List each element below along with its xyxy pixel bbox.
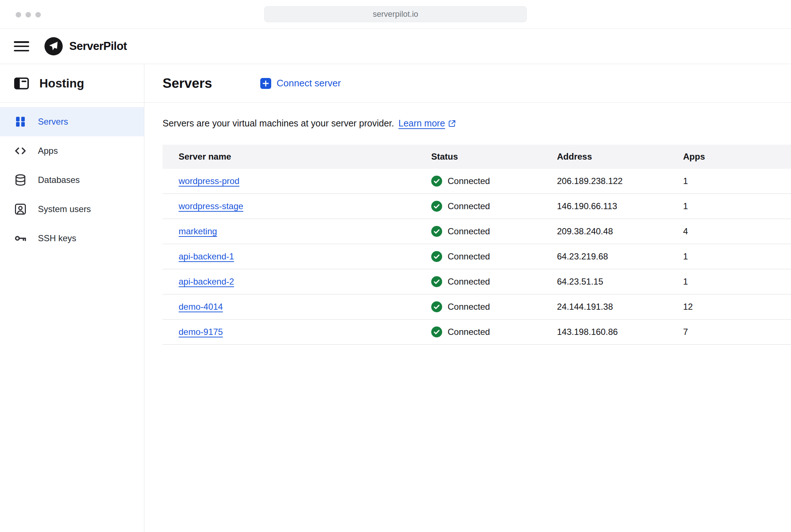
main-content: Servers Connect server Servers are your … xyxy=(144,64,791,532)
sidebar-item-apps[interactable]: Apps xyxy=(0,136,144,165)
address-cell: 64.23.219.68 xyxy=(557,251,683,262)
servers-grid-icon xyxy=(14,115,27,128)
status-label: Connected xyxy=(448,226,490,236)
sidebar-section-hosting: Hosting xyxy=(0,64,144,103)
server-link[interactable]: api-backend-2 xyxy=(179,277,234,286)
address-cell: 209.38.240.48 xyxy=(557,226,683,236)
table-row: wordpress-prod Connected 206.189.238.122… xyxy=(163,169,791,194)
sidebar-item-label: System users xyxy=(38,204,91,214)
column-header-address: Address xyxy=(557,152,683,162)
column-header-apps: Apps xyxy=(683,152,791,162)
address-bar-url: serverpilot.io xyxy=(373,9,418,19)
status-label: Connected xyxy=(448,327,490,337)
connected-check-icon xyxy=(431,226,442,237)
apps-count-cell: 1 xyxy=(683,201,791,211)
status-label: Connected xyxy=(448,176,490,186)
learn-more-label: Learn more xyxy=(398,118,445,129)
connected-check-icon xyxy=(431,201,442,212)
apps-count-cell: 12 xyxy=(683,302,791,312)
server-link[interactable]: demo-9175 xyxy=(179,327,223,337)
plus-icon xyxy=(260,78,271,89)
address-cell: 64.23.51.15 xyxy=(557,277,683,287)
column-header-server-name: Server name xyxy=(163,152,431,162)
brand-name: ServerPilot xyxy=(69,40,127,53)
sidebar-item-system-users[interactable]: System users xyxy=(0,195,144,224)
sidebar: Hosting Servers Apps xyxy=(0,64,144,532)
table-row: api-backend-1 Connected 64.23.219.68 1 xyxy=(163,244,791,269)
page-title: Servers xyxy=(163,76,212,91)
window-controls xyxy=(16,12,41,17)
server-link[interactable]: marketing xyxy=(179,226,217,236)
apps-count-cell: 7 xyxy=(683,327,791,337)
connect-server-button[interactable]: Connect server xyxy=(260,78,341,89)
apps-count-cell: 1 xyxy=(683,277,791,287)
status-label: Connected xyxy=(448,302,490,312)
address-cell: 24.144.191.38 xyxy=(557,302,683,312)
table-row: api-backend-2 Connected 64.23.51.15 1 xyxy=(163,269,791,294)
sidebar-item-servers[interactable]: Servers xyxy=(0,107,144,136)
sidebar-item-label: SSH keys xyxy=(38,233,76,243)
learn-more-link[interactable]: Learn more xyxy=(398,118,456,129)
server-link[interactable]: demo-4014 xyxy=(179,302,223,312)
server-link[interactable]: api-backend-1 xyxy=(179,251,234,261)
table-row: marketing Connected 209.38.240.48 4 xyxy=(163,219,791,244)
connected-check-icon xyxy=(431,301,442,312)
sidebar-section-title: Hosting xyxy=(39,77,84,90)
brand: ServerPilot xyxy=(44,37,127,55)
status-label: Connected xyxy=(448,201,490,211)
database-icon xyxy=(14,173,27,187)
table-header-row: Server name Status Address Apps xyxy=(163,145,791,169)
hosting-icon xyxy=(13,75,30,92)
column-header-status: Status xyxy=(431,152,557,162)
address-bar[interactable]: serverpilot.io xyxy=(264,6,527,22)
table-row: demo-4014 Connected 24.144.191.38 12 xyxy=(163,294,791,320)
sidebar-item-databases[interactable]: Databases xyxy=(0,165,144,195)
page-description: Servers are your virtual machines at you… xyxy=(163,118,791,129)
sidebar-item-ssh-keys[interactable]: SSH keys xyxy=(0,224,144,253)
sidebar-nav: Servers Apps Databases xyxy=(0,103,144,253)
address-cell: 146.190.66.113 xyxy=(557,201,683,211)
external-link-icon xyxy=(448,119,456,128)
status-label: Connected xyxy=(448,251,490,262)
apps-count-cell: 4 xyxy=(683,226,791,236)
apps-count-cell: 1 xyxy=(683,251,791,262)
status-label: Connected xyxy=(448,277,490,287)
menu-icon[interactable] xyxy=(14,41,29,51)
connected-check-icon xyxy=(431,326,442,337)
apps-count-cell: 1 xyxy=(683,176,791,186)
connected-check-icon xyxy=(431,251,442,262)
window-minimize-button[interactable] xyxy=(26,12,31,17)
table-row: wordpress-stage Connected 146.190.66.113… xyxy=(163,194,791,219)
sidebar-item-label: Servers xyxy=(38,117,68,127)
browser-chrome: serverpilot.io xyxy=(0,0,791,29)
address-cell: 206.189.238.122 xyxy=(557,176,683,186)
server-link[interactable]: wordpress-stage xyxy=(179,201,243,211)
page-header: Servers Connect server xyxy=(144,64,791,103)
app-header: ServerPilot xyxy=(0,29,791,64)
window-close-button[interactable] xyxy=(16,12,21,17)
user-card-icon xyxy=(14,203,27,216)
connected-check-icon xyxy=(431,176,442,187)
connected-check-icon xyxy=(431,276,442,287)
sidebar-item-label: Apps xyxy=(38,146,58,156)
connect-server-label: Connect server xyxy=(277,78,341,89)
description-text: Servers are your virtual machines at you… xyxy=(163,118,394,129)
window-zoom-button[interactable] xyxy=(35,12,41,17)
server-link[interactable]: wordpress-prod xyxy=(179,176,239,186)
key-icon xyxy=(14,232,27,245)
servers-table: Server name Status Address Apps wordpres… xyxy=(163,145,791,345)
table-row: demo-9175 Connected 143.198.160.86 7 xyxy=(163,320,791,345)
serverpilot-logo-icon xyxy=(44,37,63,55)
code-icon xyxy=(14,144,27,157)
address-cell: 143.198.160.86 xyxy=(557,327,683,337)
sidebar-item-label: Databases xyxy=(38,175,80,185)
